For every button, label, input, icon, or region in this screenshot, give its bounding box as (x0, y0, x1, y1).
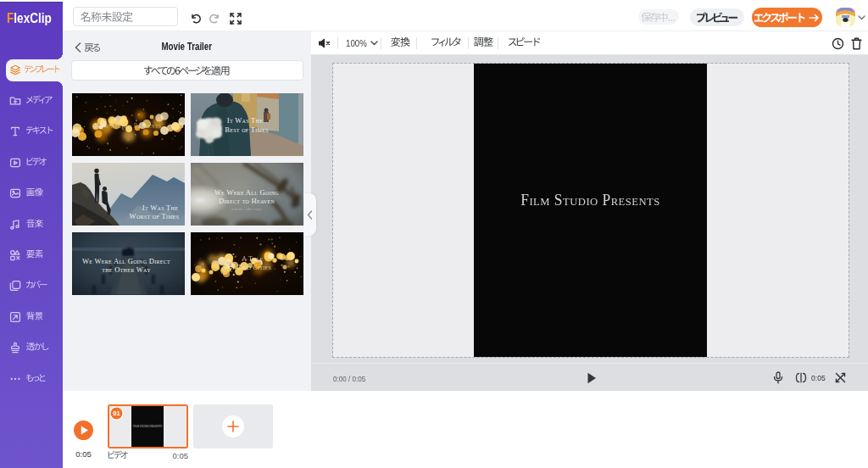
svg-text:and the other way: and the other way (231, 207, 262, 211)
svg-text:Direct to Heaven: Direct to Heaven (219, 197, 275, 205)
svg-text:It Was The: It Was The (142, 203, 178, 212)
svg-text:the Other Way: the Other Way (102, 265, 151, 274)
svg-text:Best of Times: Best of Times (225, 125, 269, 134)
svg-text:We Were All Going: We Were All Going (214, 188, 280, 197)
svg-text:FILM STUDIO PRESENTS: FILM STUDIO PRESENTS (133, 425, 163, 428)
svg-text:It Was The: It Was The (227, 116, 263, 125)
svg-text:A Tale: A Tale (242, 255, 264, 263)
svg-text:01: 01 (113, 410, 120, 417)
svg-text:Film Studio Presents: Film Studio Presents (94, 122, 161, 130)
svg-text:of Two Cities: of Two Cities (229, 264, 271, 271)
svg-text:Worst of Times: Worst of Times (130, 212, 180, 220)
svg-text:We Were All Going Direct: We Were All Going Direct (82, 257, 170, 265)
